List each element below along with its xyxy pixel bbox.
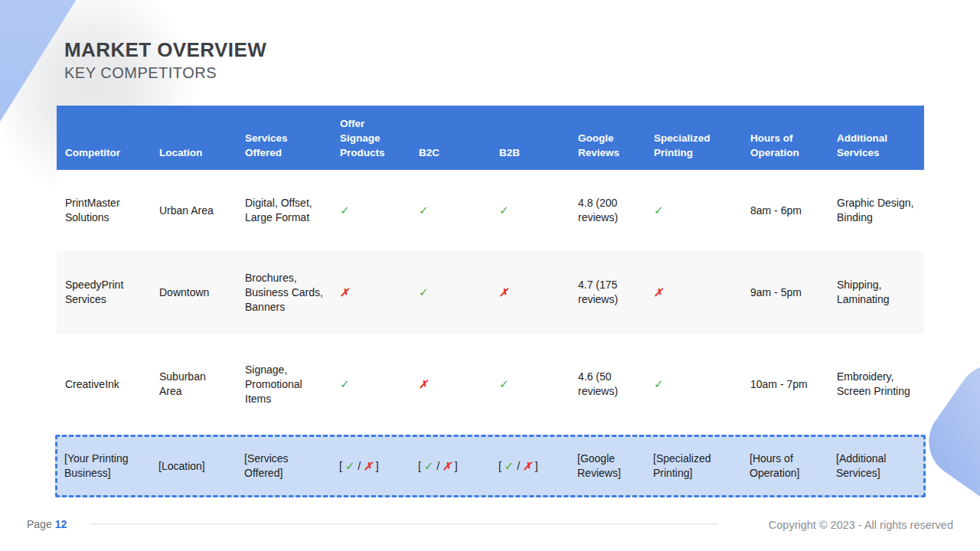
check-icon: ✓ <box>499 204 509 217</box>
column-header-google-reviews: Google Reviews <box>570 131 645 170</box>
check-icon: ✓ <box>345 459 355 472</box>
table-header-row: CompetitorLocationServices OfferedOffer … <box>57 106 924 170</box>
cell-services-offered: Signage, Promotional Items <box>237 363 332 406</box>
cell-google-reviews: 4.8 (200 reviews) <box>570 196 645 225</box>
cell-services-offered: Digital, Offset, Large Format <box>237 196 332 225</box>
column-header-additional-services: Additional Services <box>828 131 924 170</box>
column-header-specialized-printing: Specialized Printing <box>645 131 742 170</box>
cell-competitor: CreativeInk <box>57 377 151 392</box>
cell-location: Suburban Area <box>151 370 237 399</box>
column-header-location: Location <box>151 145 237 170</box>
competitor-table: CompetitorLocationServices OfferedOffer … <box>57 106 924 497</box>
cell-b2c: ✓ <box>410 285 491 300</box>
table-row-creativeink: CreativeInkSuburban AreaSignage, Promoti… <box>57 334 924 435</box>
check-icon: ✓ <box>505 459 514 472</box>
cell-services-offered: [Services Offered] <box>237 452 332 481</box>
check-icon: ✓ <box>499 377 509 390</box>
cell-hours-of-operation: 8am - 6pm <box>742 204 828 218</box>
check-icon: ✓ <box>340 377 350 390</box>
column-header-services-offered: Services Offered <box>237 131 332 170</box>
cross-icon: ✗ <box>523 460 532 472</box>
check-icon: ✓ <box>419 204 429 217</box>
cell-b2b: ✓ <box>491 377 570 392</box>
cross-icon: ✗ <box>419 378 428 390</box>
page-subtitle: KEY COMPETITORS <box>64 64 266 82</box>
column-header-b2c: B2C <box>410 145 491 170</box>
cell-b2c: ✓ <box>410 203 491 218</box>
cell-b2b: ✗ <box>491 285 570 300</box>
cell-offer-signage-products: ✓ <box>332 203 410 218</box>
cell-google-reviews: 4.6 (50 reviews) <box>570 370 645 399</box>
title-block: MARKET OVERVIEW KEY COMPETITORS <box>64 38 266 82</box>
cell-location: [Location] <box>152 459 237 474</box>
table-row-your-printing-business: [Your Printing Business][Location][Servi… <box>55 435 926 497</box>
cell-hours-of-operation: 9am - 5pm <box>742 285 828 300</box>
column-header-b2b: B2B <box>491 145 570 170</box>
check-icon: ✓ <box>419 285 429 298</box>
cell-google-reviews: [Google Reviews] <box>570 452 646 481</box>
column-header-hours-of-operation: Hours of Operation <box>742 131 828 170</box>
cell-hours-of-operation: [Hours of Operation] <box>743 452 829 481</box>
cross-icon: ✗ <box>499 286 508 298</box>
cell-additional-services: Graphic Design, Binding <box>828 196 924 225</box>
cell-hours-of-operation: 10am - 7pm <box>742 377 828 392</box>
footer-divider-line <box>90 523 718 525</box>
cell-location: Urban Area <box>151 204 237 218</box>
cell-check-or-cross: [ ✓ / ✗ ] <box>492 458 570 474</box>
table-row-speedyprint-services: SpeedyPrint ServicesDowntownBrochures, B… <box>57 251 924 334</box>
cell-competitor: [Your Printing Business] <box>57 452 152 481</box>
cross-icon: ✗ <box>443 460 452 472</box>
check-icon: ✓ <box>424 459 434 472</box>
table-body: PrintMaster SolutionsUrban AreaDigital, … <box>57 170 924 497</box>
table-row-printmaster-solutions: PrintMaster SolutionsUrban AreaDigital, … <box>57 170 924 251</box>
cell-specialized-printing: ✓ <box>645 203 742 218</box>
cell-offer-signage-products: ✗ <box>332 285 410 300</box>
cell-b2c: ✗ <box>410 377 491 392</box>
cell-additional-services: Embroidery, Screen Printing <box>828 370 924 399</box>
column-header-offer-signage-products: Offer Signage Products <box>332 116 410 170</box>
check-icon: ✓ <box>654 204 664 217</box>
cell-additional-services: Shipping, Laminating <box>828 278 924 307</box>
copyright-text: Copyright © 2023 - All rights reserved <box>769 519 953 531</box>
cell-offer-signage-products: ✓ <box>332 377 410 392</box>
cell-services-offered: Brochures, Business Cards, Banners <box>237 271 332 315</box>
cell-b2b: ✓ <box>491 203 570 218</box>
cell-check-or-cross: [ ✓ / ✗ ] <box>411 458 492 474</box>
cell-specialized-printing: ✓ <box>645 377 742 392</box>
cell-competitor: PrintMaster Solutions <box>57 196 151 225</box>
cross-icon: ✗ <box>654 286 663 298</box>
footer-page-indicator: Page12 <box>27 518 67 530</box>
cell-location: Downtown <box>151 285 237 300</box>
cell-google-reviews: 4.7 (175 reviews) <box>570 278 645 307</box>
page-title: MARKET OVERVIEW <box>64 38 266 61</box>
cross-icon: ✗ <box>340 286 349 298</box>
check-icon: ✓ <box>340 204 350 217</box>
check-icon: ✓ <box>654 377 664 390</box>
column-header-competitor: Competitor <box>57 145 151 170</box>
cell-competitor: SpeedyPrint Services <box>57 278 151 307</box>
page-number: 12 <box>55 518 67 530</box>
cell-specialized-printing: ✗ <box>645 285 742 300</box>
cell-check-or-cross: [ ✓ / ✗ ] <box>332 458 411 474</box>
cell-additional-services: [Additional Services] <box>829 452 925 481</box>
cell-specialized-printing: [Specialized Printing] <box>646 452 743 481</box>
page-label: Page <box>27 518 52 530</box>
cross-icon: ✗ <box>364 460 373 472</box>
